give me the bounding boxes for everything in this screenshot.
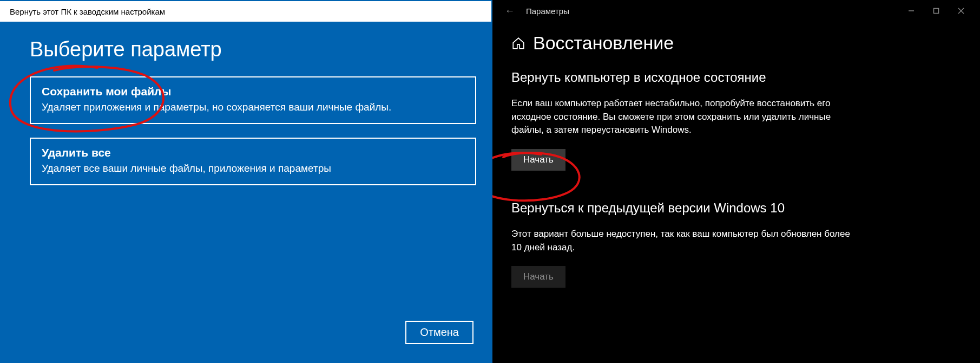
option-remove-all[interactable]: Удалить все Удаляет все ваши личные файл… [30, 138, 476, 185]
dialog-titlebar: Вернуть этот ПК к заводским настройкам [0, 0, 492, 22]
settings-titlebar: ← Параметры [492, 0, 980, 22]
option-keep-files[interactable]: Сохранить мои файлы Удаляет приложения и… [30, 76, 476, 124]
reset-dialog: Вернуть этот ПК к заводским настройкам В… [0, 0, 492, 363]
dialog-title: Вернуть этот ПК к заводским настройкам [10, 7, 165, 16]
start-reset-button[interactable]: Начать [511, 149, 565, 171]
home-icon[interactable] [511, 36, 525, 50]
start-rollback-button: Начать [511, 266, 565, 288]
section-rollback-title: Вернуться к предыдущей версии Windows 10 [511, 200, 961, 216]
close-button[interactable] [949, 0, 974, 22]
settings-window: ← Параметры Восстановление [492, 0, 980, 363]
maximize-button[interactable] [924, 0, 949, 22]
section-rollback: Вернуться к предыдущей версии Windows 10… [511, 200, 961, 288]
back-icon[interactable]: ← [499, 5, 521, 17]
section-reset: Вернуть компьютер в исходное состояние Е… [511, 70, 961, 171]
section-reset-desc: Если ваш компьютер работает нестабильно,… [511, 97, 858, 137]
page-title: Восстановление [533, 33, 674, 54]
dialog-heading: Выберите параметр [30, 38, 476, 61]
option-remove-all-desc: Удаляет все ваши личные файлы, приложени… [42, 163, 464, 174]
option-keep-files-title: Сохранить мои файлы [42, 85, 464, 98]
minimize-button[interactable] [899, 0, 924, 22]
section-reset-title: Вернуть компьютер в исходное состояние [511, 70, 961, 85]
svg-rect-1 [934, 9, 939, 14]
option-remove-all-title: Удалить все [42, 146, 464, 159]
option-keep-files-desc: Удаляет приложения и параметры, но сохра… [42, 101, 464, 113]
section-rollback-desc: Этот вариант больше недоступен, так как … [511, 228, 858, 254]
settings-app-name: Параметры [526, 7, 569, 16]
cancel-button[interactable]: Отмена [405, 321, 473, 344]
